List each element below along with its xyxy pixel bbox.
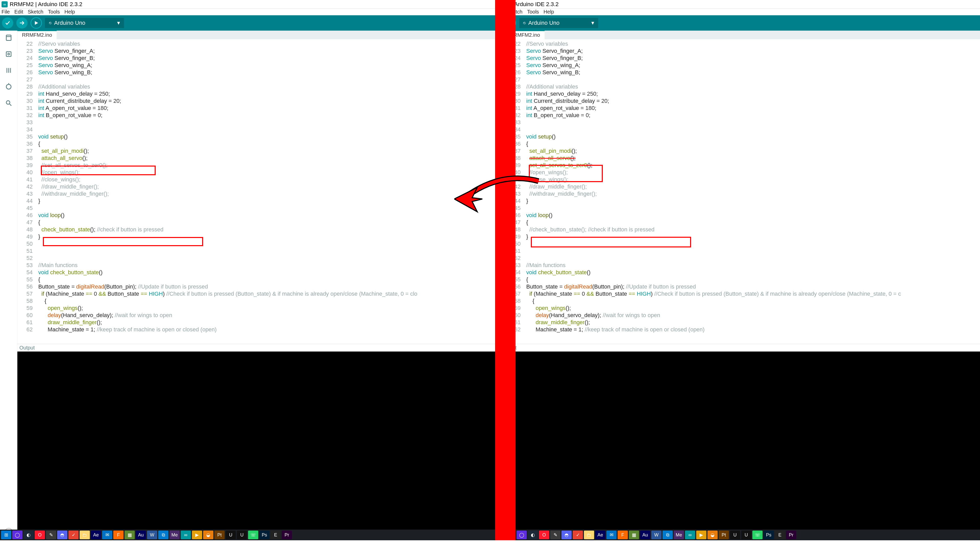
board-selector[interactable]: ⎋ Arduino Uno ▾: [519, 18, 598, 28]
upload-button[interactable]: [16, 17, 27, 29]
code-line[interactable]: 38 attach_all_servo();: [515, 155, 980, 162]
code-line[interactable]: 43 //withdraw_middle_finger();: [515, 190, 980, 197]
menu-help[interactable]: Help: [65, 9, 75, 15]
code-line[interactable]: 50: [18, 240, 495, 248]
code-line[interactable]: 44}: [18, 197, 495, 205]
task-ae-icon[interactable]: Ae: [595, 530, 605, 539]
code-line[interactable]: 23Servo Servo_finger_A;: [515, 48, 980, 55]
task-epic-icon[interactable]: E: [775, 530, 785, 539]
tab-file[interactable]: RRMFM2.ino: [515, 30, 545, 39]
library-manager-icon[interactable]: [4, 66, 13, 75]
code-line[interactable]: 61 draw_middle_finger();: [18, 319, 495, 326]
task-ae-icon[interactable]: Ae: [91, 530, 101, 539]
code-line[interactable]: 32int B_open_rot_value = 0;: [515, 112, 980, 119]
task-minecraft-icon[interactable]: ▦: [124, 530, 135, 539]
code-line[interactable]: 41 //close_wings();: [515, 176, 980, 183]
code-line[interactable]: 57 if (Machine_state == 0 && Button_stat…: [515, 290, 980, 297]
code-line[interactable]: 60 delay(Hand_servo_delay); //wait for w…: [18, 312, 495, 319]
code-line[interactable]: 25Servo Servo_wing_A;: [515, 62, 980, 69]
task-cortana-icon[interactable]: ◯: [12, 530, 22, 539]
code-line[interactable]: 26Servo Servo_wing_B;: [18, 69, 495, 76]
code-line[interactable]: 33: [515, 119, 980, 126]
code-line[interactable]: 22//Servo variables: [18, 40, 495, 48]
code-line[interactable]: 30int Current_distribute_delay = 20;: [18, 97, 495, 105]
task-ue-icon[interactable]: U: [730, 530, 740, 539]
task-pt-icon[interactable]: Pt: [719, 530, 729, 539]
code-line[interactable]: 52: [18, 254, 495, 262]
boards-manager-icon[interactable]: [4, 49, 13, 59]
task-me-icon[interactable]: Me: [169, 530, 180, 539]
task-epic-icon[interactable]: E: [270, 530, 281, 539]
task-start-icon[interactable]: ⊞: [1, 530, 11, 539]
sketchbook-icon[interactable]: [4, 33, 13, 42]
code-line[interactable]: 28//Additional variables: [515, 83, 980, 90]
task-blender-icon[interactable]: ◒: [708, 530, 718, 539]
code-line[interactable]: 62 Machine_state = 1; //keep track of ma…: [18, 326, 495, 333]
task-krita-icon[interactable]: ✎: [550, 530, 560, 539]
task-discord-icon[interactable]: ◓: [562, 530, 572, 539]
task-vscode-icon[interactable]: ⧉: [158, 530, 169, 539]
code-line[interactable]: 47{: [18, 219, 495, 226]
code-line[interactable]: 46void loop(): [515, 212, 980, 219]
code-line[interactable]: 33: [18, 119, 495, 126]
task-arduino-icon[interactable]: ∞: [685, 530, 695, 539]
code-line[interactable]: 30int Current_distribute_delay = 20;: [515, 97, 980, 105]
task-outlook-icon[interactable]: ✉: [606, 530, 617, 539]
task-ue-icon[interactable]: U: [226, 530, 236, 539]
task-ue2-icon[interactable]: U: [237, 530, 247, 539]
debug-button[interactable]: [30, 17, 42, 29]
code-line[interactable]: 36{: [18, 140, 495, 148]
code-line[interactable]: 40 //open_wings();: [18, 169, 495, 176]
task-discord-icon[interactable]: ◓: [57, 530, 67, 539]
debug-panel-icon[interactable]: [4, 82, 13, 91]
code-line[interactable]: 48 check_button_state(); //check if butt…: [18, 226, 495, 233]
code-line[interactable]: 50: [515, 240, 980, 248]
menu-tools[interactable]: Tools: [48, 9, 60, 15]
code-line[interactable]: 53//Main functions: [18, 262, 495, 269]
code-line[interactable]: 52: [515, 254, 980, 262]
code-line[interactable]: 51: [18, 248, 495, 254]
task-pr-icon[interactable]: Pr: [786, 530, 796, 539]
task-opera-icon[interactable]: O: [35, 530, 45, 539]
code-line[interactable]: 27: [18, 76, 495, 83]
output-header[interactable]: Output: [18, 344, 495, 351]
code-line[interactable]: 25Servo Servo_wing_A;: [18, 62, 495, 69]
task-fusion-icon[interactable]: F: [617, 530, 628, 539]
code-line[interactable]: 56Button_state = digitalRead(Button_pin)…: [515, 283, 980, 290]
code-line[interactable]: 48 //check_button_state(); //check if bu…: [515, 226, 980, 233]
task-steam-icon[interactable]: ◐: [24, 530, 34, 539]
code-line[interactable]: 26Servo Servo_wing_B;: [515, 69, 980, 76]
verify-button[interactable]: [2, 17, 13, 29]
output-header[interactable]: utput: [515, 344, 980, 351]
code-line[interactable]: 55{: [18, 276, 495, 283]
code-line[interactable]: 62 Machine_state = 1; //keep track of ma…: [515, 326, 980, 333]
task-ue2-icon[interactable]: U: [741, 530, 751, 539]
menu-edit[interactable]: Edit: [14, 9, 23, 15]
code-line[interactable]: 46void loop(): [18, 212, 495, 219]
task-minecraft-icon[interactable]: ▦: [629, 530, 639, 539]
code-line[interactable]: 45: [18, 205, 495, 212]
code-line[interactable]: 53//Main functions: [515, 262, 980, 269]
board-selector[interactable]: ⎋ Arduino Uno ▾: [45, 18, 124, 28]
code-line[interactable]: 22//Servo variables: [515, 40, 980, 48]
task-word-icon[interactable]: W: [651, 530, 662, 539]
menu-tools[interactable]: Tools: [527, 9, 539, 15]
task-arduino-icon[interactable]: ∞: [181, 530, 191, 539]
code-line[interactable]: 39 //set_all_servos_to_zer0();: [18, 162, 495, 169]
task-plex-icon[interactable]: ▶: [696, 530, 706, 539]
task-opera-icon[interactable]: O: [539, 530, 549, 539]
task-explorer-icon[interactable]: 🗀: [80, 530, 90, 539]
tab-file[interactable]: RRMFM2.ino: [18, 30, 57, 39]
debug-button[interactable]: [515, 17, 516, 29]
code-line[interactable]: 59 open_wings();: [515, 305, 980, 312]
code-line[interactable]: 61 draw_middle_finger();: [515, 319, 980, 326]
menu-sketch[interactable]: Sketch: [515, 9, 522, 15]
task-fusion-icon[interactable]: F: [113, 530, 124, 539]
task-pr-icon[interactable]: Pr: [282, 530, 292, 539]
task-au-icon[interactable]: Au: [640, 530, 650, 539]
code-line[interactable]: 54void check_button_state(): [515, 269, 980, 276]
code-line[interactable]: 49}: [18, 233, 495, 240]
search-icon[interactable]: [4, 98, 13, 108]
code-line[interactable]: 58 {: [18, 297, 495, 305]
code-line[interactable]: 55{: [515, 276, 980, 283]
